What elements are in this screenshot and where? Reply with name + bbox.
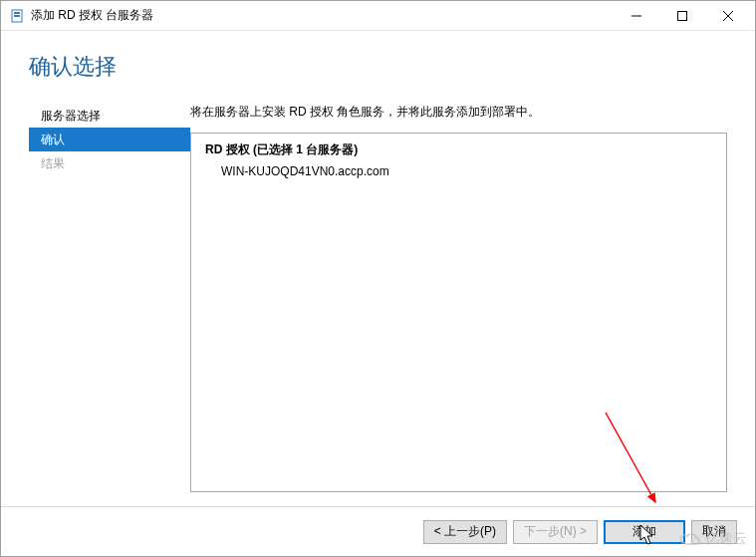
intro-text: 将在服务器上安装 RD 授权 角色服务，并将此服务添加到部署中。	[190, 104, 727, 121]
svg-rect-1	[14, 12, 20, 14]
title-bar: 添加 RD 授权 台服务器	[1, 1, 755, 31]
main-panel: 将在服务器上安装 RD 授权 角色服务，并将此服务添加到部署中。 RD 授权 (…	[190, 104, 727, 492]
maximize-button[interactable]	[659, 1, 705, 31]
content-area: 确认选择 服务器选择 确认 结果 将在服务器上安装 RD 授权 角色服务，并将此…	[1, 32, 755, 506]
sidebar-item-confirm[interactable]: 确认	[29, 128, 190, 151]
sidebar-item-results: 结果	[29, 151, 190, 175]
sidebar-item-server-select[interactable]: 服务器选择	[29, 104, 190, 128]
add-button[interactable]: 添加	[604, 520, 685, 544]
minimize-button[interactable]	[614, 1, 659, 31]
window-title: 添加 RD 授权 台服务器	[31, 7, 614, 24]
page-title: 确认选择	[29, 52, 727, 82]
cancel-button[interactable]: 取消	[691, 520, 737, 544]
wizard-sidebar: 服务器选择 确认 结果	[29, 104, 190, 492]
svg-rect-2	[14, 15, 20, 17]
window-controls	[614, 1, 751, 31]
svg-rect-4	[678, 11, 687, 20]
server-entry: WIN-KUJOQD41VN0.accp.com	[205, 164, 712, 178]
next-button: 下一步(N) >	[513, 520, 598, 544]
server-list-box: RD 授权 (已选择 1 台服务器) WIN-KUJOQD41VN0.accp.…	[190, 133, 727, 492]
close-button[interactable]	[705, 1, 751, 31]
previous-button[interactable]: < 上一步(P)	[423, 520, 507, 544]
wizard-footer: < 上一步(P) 下一步(N) > 添加 取消	[1, 506, 755, 556]
app-icon	[9, 8, 25, 24]
list-heading: RD 授权 (已选择 1 台服务器)	[205, 141, 712, 158]
